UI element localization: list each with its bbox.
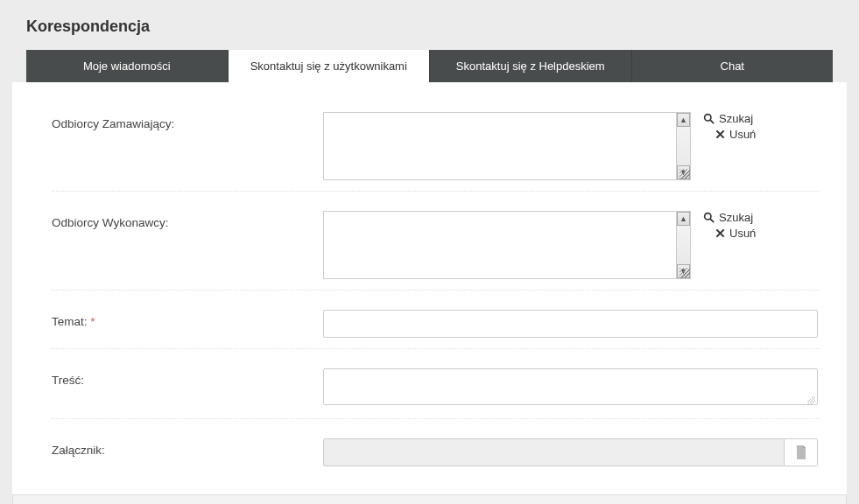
tab-contact-users[interactable]: Skontaktuj się z użytkownikami: [229, 50, 431, 82]
remove-label: Usuń: [729, 128, 756, 141]
search-icon: [703, 212, 715, 223]
row-attachment: Załącznik:: [52, 438, 820, 466]
scrollbar[interactable]: ▲ ▼: [676, 212, 690, 278]
page-title: Korespondencja: [0, 0, 859, 50]
label-recipients-orderers: Odbiorcy Zamawiający:: [52, 112, 323, 130]
label-subject: Temat: *: [52, 310, 323, 328]
svg-point-4: [705, 214, 711, 220]
attachment-input[interactable]: [323, 438, 785, 466]
scroll-up-icon[interactable]: ▲: [677, 212, 690, 226]
remove-recipients-orderers-button[interactable]: Usuń: [703, 128, 756, 141]
tab-my-messages[interactable]: Moje wiadomości: [26, 50, 229, 82]
attachment-browse-button[interactable]: [785, 438, 818, 466]
row-subject: Temat: *: [52, 310, 820, 349]
scroll-down-icon[interactable]: ▼: [677, 165, 690, 179]
multiselect-recipients-orderers[interactable]: ▲ ▼: [323, 112, 691, 180]
subject-input[interactable]: [323, 310, 818, 338]
close-icon: [715, 130, 725, 139]
file-icon: [795, 445, 807, 459]
search-label: Szukaj: [719, 112, 753, 125]
label-recipients-contractors: Odbiorcy Wykonawcy:: [52, 211, 323, 229]
search-icon: [703, 113, 715, 124]
scrollbar[interactable]: ▲ ▼: [676, 113, 690, 179]
label-content: Treść:: [52, 368, 323, 387]
multiselect-recipients-contractors[interactable]: ▲ ▼: [323, 211, 691, 279]
content-textarea[interactable]: [323, 368, 818, 405]
search-label: Szukaj: [719, 211, 753, 224]
svg-point-0: [705, 115, 711, 121]
search-recipients-orderers-button[interactable]: Szukaj: [703, 112, 756, 125]
scroll-down-icon[interactable]: ▼: [677, 264, 690, 278]
tab-contact-helpdesk[interactable]: Skontaktuj się z Helpdeskiem: [430, 50, 632, 82]
label-attachment: Załącznik:: [52, 438, 323, 457]
scroll-up-icon[interactable]: ▲: [677, 113, 690, 127]
tab-bar: Moje wiadomości Skontaktuj się z użytkow…: [0, 50, 859, 82]
tab-chat[interactable]: Chat: [632, 50, 834, 82]
remove-recipients-contractors-button[interactable]: Usuń: [703, 227, 756, 240]
form-panel: Odbiorcy Zamawiający: ▲ ▼ Szukaj: [12, 82, 847, 494]
close-icon: [715, 228, 725, 238]
required-asterisk: *: [90, 315, 95, 328]
page-root: Korespondencja Moje wiadomości Skontaktu…: [0, 0, 859, 504]
svg-line-5: [710, 219, 714, 222]
remove-label: Usuń: [729, 227, 756, 240]
row-content: Treść:: [52, 368, 820, 419]
svg-line-1: [710, 120, 714, 123]
footer-bar: Pola oznaczone gwiazdką * są obowiązkowe…: [12, 494, 847, 504]
search-recipients-contractors-button[interactable]: Szukaj: [703, 211, 756, 224]
row-recipients-orderers: Odbiorcy Zamawiający: ▲ ▼ Szukaj: [52, 112, 820, 192]
row-recipients-contractors: Odbiorcy Wykonawcy: ▲ ▼ Szukaj: [52, 211, 820, 290]
